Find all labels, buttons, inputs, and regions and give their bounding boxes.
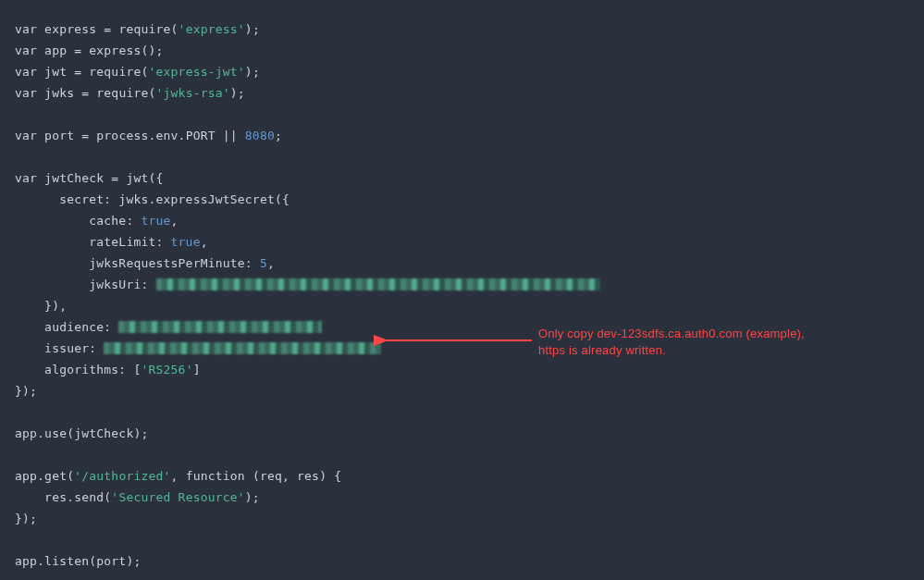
redacted-issuer [104, 342, 381, 354]
redacted-audience [118, 321, 322, 333]
annotation-arrow [379, 329, 536, 352]
redacted-jwks-uri [156, 278, 600, 290]
annotation-text: Only copy dev-123sdfs.ca.auth0.com (exam… [538, 326, 805, 359]
code-block: var express = require('express'); var ap… [0, 0, 924, 580]
